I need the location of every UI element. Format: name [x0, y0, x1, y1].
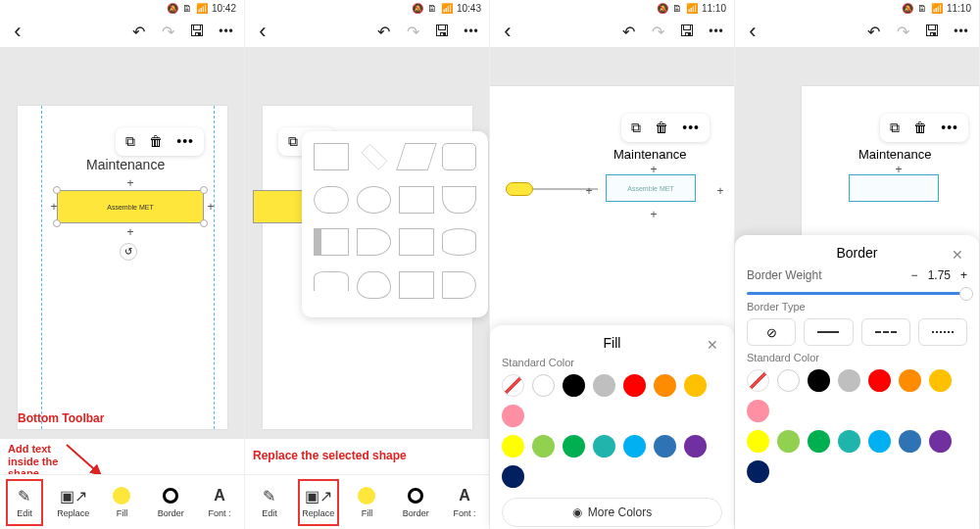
canvas-area[interactable]: ⧉ 🗑 ••• Maintenance + Assemble MET + + +… — [0, 47, 244, 439]
copy-icon[interactable]: ⧉ — [125, 133, 135, 150]
undo-button[interactable]: ↶ — [620, 24, 636, 39]
border-button[interactable]: Border — [391, 475, 440, 529]
plus-button[interactable]: + — [960, 268, 967, 282]
color-swatch[interactable] — [747, 460, 769, 483]
shape-predefined[interactable] — [314, 228, 349, 256]
shape-rectangle[interactable] — [314, 143, 349, 170]
add-top-handle[interactable]: + — [123, 176, 137, 190]
selected-shape[interactable]: Assemble MET — [57, 190, 204, 223]
color-swatch[interactable] — [563, 435, 585, 457]
shape-document[interactable] — [442, 186, 477, 214]
trash-icon[interactable]: 🗑 — [913, 120, 927, 136]
shape-database[interactable] — [442, 228, 477, 256]
undo-button[interactable]: ↶ — [865, 24, 881, 39]
save-button[interactable]: 🖫 — [679, 24, 695, 39]
redo-button[interactable]: ↷ — [895, 24, 910, 39]
color-swatch[interactable] — [747, 369, 769, 392]
more-button[interactable]: ••• — [464, 24, 479, 39]
color-swatch[interactable] — [808, 369, 830, 392]
shape-delay[interactable] — [357, 228, 392, 256]
color-swatch[interactable] — [838, 430, 860, 453]
color-swatch[interactable] — [684, 374, 707, 397]
add-bottom-handle[interactable]: + — [123, 225, 137, 239]
border-type-none[interactable]: ⊘ — [747, 318, 796, 346]
selected-shape[interactable] — [849, 174, 939, 202]
color-swatch[interactable] — [899, 430, 921, 453]
color-swatch[interactable] — [532, 374, 555, 397]
color-swatch[interactable] — [532, 435, 555, 457]
color-swatch[interactable] — [929, 430, 952, 453]
selected-shape[interactable]: Assemble MET — [606, 174, 696, 202]
reset-handle[interactable]: ↺ — [120, 243, 137, 261]
fill-button[interactable]: Fill — [343, 475, 392, 529]
back-button[interactable]: ‹ — [500, 24, 515, 39]
border-type-solid[interactable] — [804, 318, 853, 346]
shape-diamond[interactable] — [361, 144, 386, 169]
color-swatch[interactable] — [777, 369, 800, 392]
border-type-dash[interactable] — [861, 318, 910, 346]
color-swatch[interactable] — [623, 435, 646, 457]
color-swatch[interactable] — [868, 369, 891, 392]
color-swatch[interactable] — [838, 369, 860, 392]
font-button[interactable]: A Font : — [195, 475, 244, 529]
trash-icon[interactable]: 🗑 — [149, 133, 163, 150]
back-button[interactable]: ‹ — [745, 24, 760, 39]
copy-icon[interactable]: ⧉ — [890, 120, 900, 136]
close-icon[interactable]: ✕ — [952, 247, 963, 263]
replace-button[interactable]: ▣↗ Replace — [49, 475, 98, 529]
save-button[interactable]: 🖫 — [924, 24, 940, 39]
color-swatch[interactable] — [563, 374, 585, 397]
more-colors-button[interactable]: ◉ More Colors — [502, 498, 722, 527]
color-swatch[interactable] — [502, 435, 524, 457]
redo-button[interactable]: ↷ — [160, 24, 175, 39]
shape-callout[interactable] — [399, 186, 434, 214]
shape-terminator[interactable] — [506, 182, 533, 196]
more-button[interactable]: ••• — [709, 24, 724, 39]
color-swatch[interactable] — [808, 430, 830, 453]
edit-button[interactable]: ✎Edit — [245, 475, 294, 529]
more-icon[interactable]: ••• — [682, 120, 700, 136]
color-swatch[interactable] — [502, 374, 524, 397]
close-icon[interactable]: ✕ — [707, 337, 718, 353]
save-button[interactable]: 🖫 — [434, 24, 450, 39]
back-button[interactable]: ‹ — [255, 24, 270, 39]
border-weight-slider[interactable] — [747, 292, 967, 295]
undo-button[interactable]: ↶ — [130, 24, 146, 39]
color-swatch[interactable] — [777, 430, 800, 453]
shape-parallelogram[interactable] — [396, 143, 436, 170]
color-swatch[interactable] — [654, 435, 676, 457]
color-swatch[interactable] — [929, 369, 952, 392]
redo-button[interactable]: ↷ — [650, 24, 665, 39]
back-button[interactable]: ‹ — [10, 24, 25, 39]
copy-icon[interactable]: ⧉ — [288, 133, 298, 150]
more-icon[interactable]: ••• — [941, 120, 958, 136]
color-swatch[interactable] — [747, 400, 769, 422]
shape-direct-data[interactable] — [442, 271, 477, 299]
copy-icon[interactable]: ⧉ — [631, 120, 641, 136]
color-swatch[interactable] — [684, 435, 707, 457]
border-button[interactable]: Border — [146, 475, 195, 529]
redo-button[interactable]: ↷ — [405, 24, 420, 39]
color-swatch[interactable] — [502, 405, 524, 427]
more-button[interactable]: ••• — [219, 24, 234, 39]
more-button[interactable]: ••• — [954, 24, 969, 39]
minus-button[interactable]: − — [911, 268, 918, 282]
shape-terminator[interactable] — [314, 186, 349, 214]
shape-wave[interactable] — [357, 271, 392, 299]
more-icon[interactable]: ••• — [176, 133, 194, 150]
fill-button[interactable]: Fill — [98, 475, 147, 529]
shape-trapezoid[interactable] — [399, 271, 434, 299]
save-button[interactable]: 🖫 — [189, 24, 205, 39]
color-swatch[interactable] — [899, 369, 921, 392]
undo-button[interactable]: ↶ — [375, 24, 391, 39]
color-swatch[interactable] — [747, 430, 769, 453]
trash-icon[interactable]: 🗑 — [655, 120, 668, 136]
color-swatch[interactable] — [502, 465, 524, 488]
font-button[interactable]: AFont : — [440, 475, 489, 529]
add-right-handle[interactable]: + — [204, 200, 218, 214]
color-swatch[interactable] — [623, 374, 646, 397]
border-type-dots[interactable] — [918, 318, 967, 346]
color-swatch[interactable] — [593, 374, 615, 397]
add-left-handle[interactable]: + — [47, 200, 61, 214]
replace-button[interactable]: ▣↗Replace — [294, 475, 343, 529]
